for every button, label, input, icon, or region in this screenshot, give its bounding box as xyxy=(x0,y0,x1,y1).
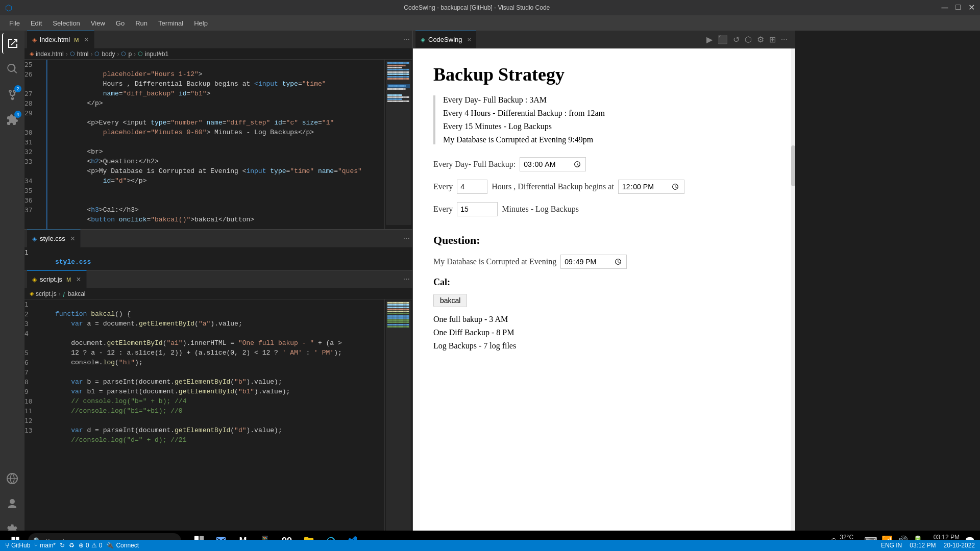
menu-file[interactable]: File xyxy=(5,17,24,29)
activity-accounts[interactable] xyxy=(2,494,22,514)
statusbar-warning-count: 0 xyxy=(99,542,103,549)
statusbar-github[interactable]: ⑂ GitHub xyxy=(5,541,30,549)
html-tab-label: index.html xyxy=(40,36,70,43)
breadcrumb-file[interactable]: index.html xyxy=(36,51,64,58)
activity-remote[interactable] xyxy=(2,468,22,489)
preview-open-icon[interactable]: ⬡ xyxy=(745,35,752,44)
preview-log-backup-row: Every Minutes - Log Backups xyxy=(433,202,771,216)
html-code-content[interactable]: placeholder="Hours 1-12"> Hours , Differ… xyxy=(47,60,384,229)
preview-question-heading: Question: xyxy=(433,234,771,247)
activity-search[interactable] xyxy=(2,59,22,79)
menu-help[interactable]: Help xyxy=(190,17,212,29)
preview-log-minutes-input[interactable] xyxy=(457,202,498,216)
breadcrumb-js-file[interactable]: script.js xyxy=(36,290,57,297)
preview-summary-0: Every Day- Full Backup : 3AM xyxy=(443,95,771,105)
html-minimap: ████████████████████████ ███████████████… xyxy=(384,60,412,229)
preview-question-time-input[interactable] xyxy=(560,255,627,269)
activity-bar: 2 4 xyxy=(0,31,24,540)
css-tab-close[interactable]: × xyxy=(70,234,75,243)
menu-terminal[interactable]: Terminal xyxy=(154,17,187,29)
css-line-numbers: 1 xyxy=(24,247,46,270)
preview-split-icon[interactable]: ⊞ xyxy=(769,35,776,44)
preview-tab-close[interactable]: × xyxy=(468,36,472,43)
tab-script-js[interactable]: ◈ script.js M × xyxy=(27,270,87,288)
preview-tab-codeswing[interactable]: ◈ CodeSwing × xyxy=(415,31,476,48)
js-code-content[interactable]: function bakcal() { var a = document.get… xyxy=(47,299,384,540)
preview-result-1: One Diff Backup - 8 PM xyxy=(433,328,771,337)
preview-log-label-pre: Every xyxy=(433,205,453,214)
menubar: File Edit Selection View Go Run Terminal… xyxy=(0,15,980,31)
breadcrumb-html-tag-icon: ⬡ xyxy=(70,51,75,57)
statusbar-remote-indicator[interactable]: ♻ xyxy=(69,542,75,549)
tab-style-css[interactable]: ◈ style.css × xyxy=(27,230,81,247)
menu-selection[interactable]: Selection xyxy=(48,17,84,29)
statusbar-error-count: 0 xyxy=(86,542,89,549)
preview-content: Backup Strategy Every Day- Full Backup :… xyxy=(413,48,791,540)
statusbar-errors[interactable]: ⊕ 0 ⚠ 0 xyxy=(79,542,102,549)
menu-edit[interactable]: Edit xyxy=(27,17,46,29)
html-tab-close[interactable]: × xyxy=(84,35,88,44)
js-tab-close[interactable]: × xyxy=(76,275,81,284)
breadcrumb-body-icon: ⬡ xyxy=(94,51,100,57)
statusbar-lang[interactable]: ENG IN xyxy=(881,542,902,549)
breadcrumb-bakcal[interactable]: bakcal xyxy=(68,290,86,297)
breadcrumb-html[interactable]: html xyxy=(77,51,89,58)
css-tab-more[interactable]: ··· xyxy=(403,234,410,243)
preview-diff-hours-input[interactable] xyxy=(457,180,487,194)
css-code-content[interactable]: style.css xyxy=(47,247,412,270)
activity-source-control[interactable]: 2 xyxy=(2,84,22,105)
plugin-icon: 🔌 xyxy=(106,542,114,549)
statusbar-sync[interactable]: ↻ xyxy=(60,542,65,549)
breadcrumb-input-icon: ⬡ xyxy=(138,51,143,57)
preview-refresh-icon[interactable]: ↺ xyxy=(733,35,740,44)
extensions-badge: 4 xyxy=(14,111,21,118)
tab-index-html[interactable]: ◈ index.html M × xyxy=(27,31,94,48)
menu-run[interactable]: Run xyxy=(131,17,152,29)
statusbar-branch[interactable]: ⑂ main* xyxy=(34,542,56,549)
preview-scrollbar[interactable] xyxy=(791,48,795,540)
breadcrumb-body[interactable]: body xyxy=(102,51,115,58)
minimize-button[interactable]: ─ xyxy=(942,3,948,13)
preview-log-label-post: Minutes - Log Backups xyxy=(502,205,579,214)
preview-full-backup-label: Every Day- Full Backup: xyxy=(433,160,516,169)
activity-extensions[interactable]: 4 xyxy=(2,110,22,130)
preview-diff-time-input[interactable] xyxy=(618,180,684,194)
css-tab-bar: ◈ style.css × ··· xyxy=(24,230,412,247)
preview-question-row: My Database is Corrupted at Evening xyxy=(433,255,771,269)
preview-bakcal-button[interactable]: bakcal xyxy=(433,294,467,307)
statusbar-time: 03:12 PM xyxy=(910,542,936,549)
statusbar-connect[interactable]: 🔌 Connect xyxy=(106,542,139,549)
statusbar-date: 20-10-2022 xyxy=(944,542,975,549)
maximize-button[interactable]: □ xyxy=(955,3,961,13)
preview-full-backup-time[interactable] xyxy=(520,157,586,171)
html-panel: ◈ index.html M × ··· ◈ index.html › ⬡ ht… xyxy=(24,31,412,230)
html-code-body: 25 26 27 28 29 30 31 32 33 34 35 xyxy=(24,60,412,229)
html-modified-dot: M xyxy=(74,37,79,43)
html-tab-more[interactable]: ··· xyxy=(403,35,410,44)
preview-full-backup-row: Every Day- Full Backup: xyxy=(433,157,771,171)
breadcrumb-p[interactable]: p xyxy=(128,51,132,58)
preview-scrollbar-thumb xyxy=(791,145,795,186)
statusbar-left: ⑂ GitHub ⑂ main* ↻ ♻ ⊕ 0 ⚠ 0 🔌 Connect xyxy=(5,541,139,549)
breadcrumb-input[interactable]: input#b1 xyxy=(145,51,168,58)
warning-icon: ⚠ xyxy=(91,542,97,549)
preview-summary-section: Every Day- Full Backup : 3AM Every 4 Hou… xyxy=(433,95,771,144)
close-button[interactable]: ✕ xyxy=(968,3,975,13)
activity-explorer[interactable] xyxy=(2,33,22,54)
html-tab-bar: ◈ index.html M × ··· xyxy=(24,31,412,48)
js-panel: ◈ script.js M × ··· ◈ script.js › ƒ bakc… xyxy=(24,270,412,540)
preview-settings-icon[interactable]: ⚙ xyxy=(757,35,764,44)
statusbar-branch-label: main* xyxy=(40,542,56,549)
preview-run-icon[interactable]: ▶ xyxy=(706,35,713,44)
menu-view[interactable]: View xyxy=(87,17,109,29)
preview-stop-icon[interactable]: ⬛ xyxy=(718,35,728,44)
preview-summary-1: Every 4 Hours - Differential Backup : fr… xyxy=(443,109,771,118)
js-modified-dot: M xyxy=(66,277,71,283)
js-code-body: 1 2 3 4 5 6 7 8 9 10 11 12 13 xyxy=(24,299,412,540)
js-tab-more[interactable]: ··· xyxy=(403,274,410,284)
preview-more-icon[interactable]: ··· xyxy=(781,35,788,44)
titlebar: ⬡ CodeSwing - backupcal [GitHub] - Visua… xyxy=(0,0,980,15)
breadcrumb-html-icon: ◈ xyxy=(30,51,34,57)
preview-tab-label: CodeSwing xyxy=(428,36,462,43)
menu-go[interactable]: Go xyxy=(112,17,129,29)
